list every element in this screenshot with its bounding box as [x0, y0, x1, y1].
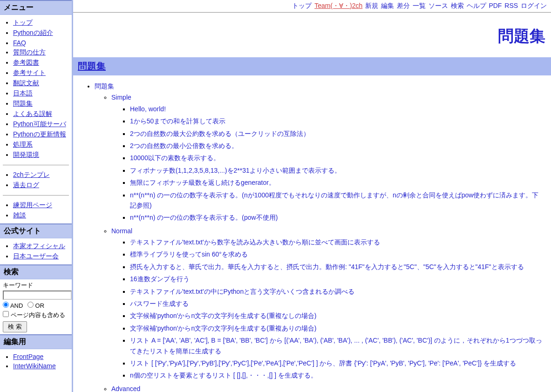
toc-link[interactable]: n**(n**n) の一の位の数字を表示する。(nが1000程度でもそれなりの速… — [130, 191, 538, 209]
list-item: 参考図書 — [13, 58, 72, 68]
main: トップ Team(・∀・)2ch 新規 編集 差分 一覧 ソース 検索 ヘルプ … — [73, 0, 551, 392]
list-item: 雑談 — [13, 210, 72, 221]
toc-link[interactable]: パスワード生成する — [130, 300, 189, 307]
list-item: 問題集 — [13, 99, 72, 109]
toc-link[interactable]: n個の空リストを要素とするリスト [ [],[],・・・,[] ] を生成する。 — [130, 372, 317, 379]
toc-link[interactable]: 標準ライブラリを使ってsin 60°を求める — [130, 250, 248, 258]
list-item: 2chテンプレ — [13, 170, 72, 180]
toc-link[interactable]: 摂氏を入力すると、華氏で出力。華氏を入力すると、摂氏で出力。動作例: "41F"… — [130, 263, 524, 270]
menu-link[interactable]: FrontPage — [13, 353, 43, 360]
toc-item: 文字候補'python'からn文字の文字列を生成する(重複なしの場合) — [130, 310, 544, 322]
and-radio[interactable] — [3, 302, 9, 308]
topnav-link[interactable]: 検索 — [451, 2, 464, 9]
search-input[interactable] — [3, 291, 72, 300]
menu-link[interactable]: 過去ログ — [13, 181, 39, 189]
toc-link[interactable]: 文字候補'python'からn文字の文字列を生成する(重複ありの場合) — [130, 324, 317, 332]
menu-link[interactable]: Pythonの紹介 — [13, 29, 53, 36]
list-item: FrontPage — [13, 352, 72, 361]
menu-link[interactable]: 開発環境 — [13, 151, 39, 158]
menu-link[interactable]: 2chテンプレ — [13, 171, 50, 178]
toc-link[interactable]: 無限にフィボナッチ級数を返し続けるgenerator。 — [130, 179, 275, 186]
list-item: InterWikiName — [13, 361, 72, 371]
menu-link[interactable]: 練習用ページ — [13, 201, 52, 209]
match-radios: AND OR — [3, 302, 69, 309]
menu-list-2: 2chテンプレ過去ログ — [0, 167, 72, 193]
official-heading: 公式サイト — [0, 223, 72, 238]
topnav-link[interactable]: ヘルプ — [467, 2, 486, 9]
topnav-link[interactable]: 一覧 — [413, 2, 426, 9]
toc-link[interactable]: Simple — [111, 94, 131, 101]
toc-item: n**(n**n) の一の位の数字を表示する。(nが1000程度でもそれなりの速… — [130, 189, 544, 212]
toc-item: 10000以下の素数を表示する。 — [130, 152, 544, 164]
divider — [3, 165, 69, 165]
toc-link[interactable]: 2つの自然数の最大公約数を求める（ユークリッドの互除法） — [130, 130, 310, 137]
toc-link[interactable]: リスト A = ['AA', 'AB', 'AC'], B = ['BA', '… — [130, 337, 542, 354]
toc-link[interactable]: テキストファイル'text.txt'の中にPythonと言う文字がいくつ含まれる… — [130, 288, 354, 295]
toc-root-item: 問題集SimpleHello, world!1から50までの和を計算して表示2つ… — [95, 80, 544, 392]
search-button[interactable]: 検 索 — [3, 321, 27, 332]
list-item: Python可能サーバ — [13, 119, 72, 129]
toc-item: 摂氏を入力すると、華氏で出力。華氏を入力すると、摂氏で出力。動作例: "41F"… — [130, 261, 544, 273]
search-box: キーワード AND OR ページ内容も含める 検 索 — [0, 279, 72, 334]
menu-link[interactable]: 本家オフィシャル — [13, 242, 65, 250]
block-title-link[interactable]: 問題集 — [78, 61, 106, 71]
toc-link[interactable]: フィボナッチ数(1,1,2,3,5,8,13,...)を2**31より小さい範囲… — [130, 167, 341, 174]
toc-link[interactable]: 問題集 — [95, 82, 114, 90]
list-item: FAQ — [13, 38, 72, 47]
menu-link[interactable]: InterWikiName — [13, 362, 56, 370]
toc-link[interactable]: テキストファイル'text.txt'から数字を読み込み大きい数から順に並べて画面… — [130, 238, 380, 246]
topnav-link[interactable]: 差分 — [397, 2, 410, 9]
list-item: 日本ユーザー会 — [13, 251, 72, 262]
menu-link[interactable]: Pythonの更新情報 — [13, 130, 66, 138]
toc-link[interactable]: Advanced — [111, 385, 140, 392]
toc-item: Hello, world! — [130, 103, 544, 115]
toc-section: SimpleHello, world!1から50までの和を計算して表示2つの自然… — [111, 91, 544, 224]
menu-link[interactable]: 参考図書 — [13, 59, 39, 66]
topnav-link[interactable]: トップ — [292, 2, 312, 9]
toc-item: 無限にフィボナッチ級数を返し続けるgenerator。 — [130, 176, 544, 189]
toc-item: テキストファイル'text.txt'から数字を読み込み大きい数から順に並べて画面… — [130, 236, 544, 248]
menu-link[interactable]: 日本ユーザー会 — [13, 252, 59, 260]
menu-link[interactable]: 雑談 — [13, 211, 26, 219]
menu-link[interactable]: FAQ — [13, 39, 26, 47]
list-item: トップ — [13, 18, 72, 28]
topnav-link[interactable]: 新規 — [365, 2, 378, 9]
menu-link[interactable]: よくある誤解 — [13, 110, 52, 117]
block-title: 問題集 — [73, 57, 551, 75]
menu-link[interactable]: 問題集 — [13, 100, 33, 107]
menu-link[interactable]: Python可能サーバ — [13, 120, 66, 128]
topnav-link[interactable]: Team(・∀・)2ch — [314, 2, 362, 9]
topnav-link[interactable]: ログイン — [521, 2, 547, 9]
toc-link[interactable]: 10000以下の素数を表示する。 — [130, 154, 220, 162]
or-radio[interactable] — [27, 302, 34, 308]
menu-link[interactable]: トップ — [13, 19, 33, 26]
toc-root: 問題集SimpleHello, world!1から50までの和を計算して表示2つ… — [81, 80, 544, 392]
page-title: 問題集 — [73, 13, 551, 57]
toc-link[interactable]: 2つの自然数の最小公倍数を求める。 — [130, 142, 238, 149]
topnav-link[interactable]: RSS — [504, 2, 518, 9]
list-item: 過去ログ — [13, 180, 72, 190]
menu-link[interactable]: 参考サイト — [13, 69, 46, 76]
topnav-link[interactable]: 編集 — [381, 2, 394, 9]
edit-heading: 編集用 — [0, 334, 72, 349]
toc-item: 16進数ダンプを行う — [130, 273, 544, 285]
list-item: 本家オフィシャル — [13, 241, 72, 251]
topnav-link[interactable]: PDF — [489, 2, 502, 9]
menu-link[interactable]: 質問の仕方 — [13, 48, 46, 56]
include-content-checkbox[interactable] — [3, 311, 9, 317]
topnav-link[interactable]: ソース — [429, 2, 448, 9]
menu-list-1: トップPythonの紹介FAQ質問の仕方参考図書参考サイト翻訳文献日本語問題集よ… — [0, 15, 72, 163]
toc-link[interactable]: 16進数ダンプを行う — [130, 275, 190, 283]
toc-item: 標準ライブラリを使ってsin 60°を求める — [130, 248, 544, 260]
toc-link[interactable]: リスト [ ['Py','PyA'],['Py','PyB'],['Py','P… — [130, 359, 516, 367]
official-list: 本家オフィシャル日本ユーザー会 — [0, 238, 72, 264]
toc-link[interactable]: n**(n**n) の一の位の数字を表示する。(pow不使用) — [130, 214, 278, 221]
toc-link[interactable]: Normal — [111, 227, 132, 235]
toc-link[interactable]: 1から50までの和を計算して表示 — [130, 117, 225, 125]
menu-link[interactable]: 翻訳文献 — [13, 79, 39, 87]
toc-item: リスト A = ['AA', 'AB', 'AC'], B = ['BA', '… — [130, 334, 544, 357]
toc-link[interactable]: Hello, world! — [130, 105, 166, 113]
toc-link[interactable]: 文字候補'python'からn文字の文字列を生成する(重複なしの場合) — [130, 312, 317, 319]
menu-link[interactable]: 日本語 — [13, 89, 33, 97]
menu-link[interactable]: 処理系 — [13, 141, 33, 148]
